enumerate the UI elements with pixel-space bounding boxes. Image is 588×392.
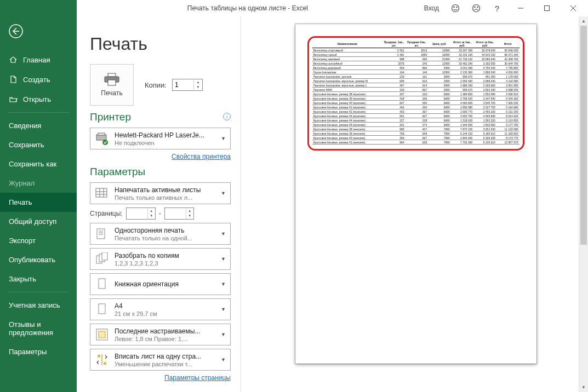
printer-heading: Принтер: [90, 111, 131, 123]
scroll-thumb[interactable]: [580, 26, 587, 245]
titlebar-controls: Вход ?: [419, 1, 588, 16]
maximize-button[interactable]: [534, 1, 560, 16]
sidebar-item-history: Журнал: [0, 174, 77, 193]
sidebar-item-print[interactable]: Печать: [0, 193, 77, 212]
portrait-icon: [94, 276, 110, 292]
feedback-sad-icon[interactable]: [466, 1, 486, 16]
svg-point-3: [473, 5, 480, 12]
printer-name: Hewlett-Packard HP LaserJe...: [115, 131, 215, 139]
spinner-arrows[interactable]: ▲▼: [193, 80, 202, 90]
sidebar-item-options[interactable]: Параметры: [0, 342, 77, 361]
login-button[interactable]: Вход: [419, 4, 444, 12]
margins-dropdown[interactable]: Последние настраиваемы...Левое: 1,8 см П…: [90, 324, 231, 345]
svg-point-5: [477, 7, 478, 7]
svg-rect-11: [108, 73, 116, 77]
sidebar-item-publish[interactable]: Опубликовать: [0, 250, 77, 269]
sidebar-item-saveas[interactable]: Сохранить как: [0, 154, 77, 174]
sidebar-item-feedback[interactable]: Отзывы и предложения: [0, 315, 77, 342]
minimize-button[interactable]: [508, 1, 533, 16]
scroll-down-button[interactable]: ▼: [579, 383, 588, 392]
sidebar-item-open[interactable]: Открыть: [0, 89, 77, 109]
scaling-dropdown[interactable]: Вписать лист на одну стра...Уменьшение р…: [90, 349, 231, 371]
copies-label: Копии:: [145, 81, 167, 89]
svg-rect-31: [99, 304, 105, 314]
paper-icon: [94, 302, 110, 317]
paper-dropdown[interactable]: A421 см x 29,7 см ▼: [90, 298, 231, 320]
sidebar-divider: [8, 112, 69, 113]
svg-point-0: [452, 5, 459, 12]
printer-dropdown[interactable]: Hewlett-Packard HP LaserJe... Не подключ…: [90, 128, 231, 149]
chevron-down-icon: ▼: [220, 136, 227, 141]
sidebar-divider: [8, 292, 69, 292]
page-setup-link[interactable]: Параметры страницы: [164, 374, 231, 382]
preview-table: НаименованиеПродажи, 1кв., шт.Продажи 2к…: [312, 40, 520, 145]
svg-rect-13: [108, 80, 116, 85]
preview-page: НаименованиеПродажи, 1кв., шт.Продажи 2к…: [295, 24, 536, 364]
chevron-down-icon: ▼: [220, 281, 227, 287]
scroll-up-button[interactable]: ▲: [579, 16, 588, 26]
copies-spinner[interactable]: ▲▼: [172, 79, 203, 91]
pages-to-input[interactable]: [165, 210, 186, 217]
new-icon: [9, 75, 18, 84]
copies-input[interactable]: [173, 81, 193, 89]
sidebar-item-info[interactable]: Сведения: [0, 116, 77, 135]
home-icon: [9, 55, 18, 64]
chevron-down-icon: ▼: [220, 332, 227, 337]
svg-rect-30: [99, 279, 105, 289]
sidebar-label: Открыть: [23, 95, 51, 103]
svg-rect-23: [97, 229, 105, 239]
print-button-label: Печать: [101, 89, 122, 97]
svg-point-17: [102, 140, 108, 145]
sidebar-item-home[interactable]: Главная: [0, 50, 77, 70]
svg-rect-16: [98, 133, 105, 135]
svg-rect-18: [96, 188, 107, 197]
help-button[interactable]: ?: [487, 1, 507, 16]
window-title: Печать таблицы на одном листе - Excel: [77, 4, 419, 12]
close-button[interactable]: [561, 1, 586, 16]
svg-rect-33: [99, 331, 105, 338]
sidebar-item-save[interactable]: Сохранить: [0, 135, 77, 154]
annotation-frame: НаименованиеПродажи, 1кв., шт.Продажи 2к…: [307, 36, 524, 151]
margins-icon: [94, 327, 110, 342]
feedback-happy-icon[interactable]: [446, 1, 465, 16]
titlebar: Печать таблицы на одном листе - Excel Вх…: [0, 0, 588, 16]
chevron-down-icon: ▼: [220, 357, 227, 362]
chevron-down-icon: ▼: [220, 231, 227, 237]
print-settings-panel: Печать Печать Копии: ▲▼ Принтер i: [77, 16, 241, 392]
chevron-down-icon: ▼: [220, 307, 227, 312]
sidebar-label: Создать: [23, 76, 50, 84]
svg-rect-29: [102, 252, 107, 260]
printer-status: Не подключен: [115, 140, 215, 146]
back-button[interactable]: [0, 16, 77, 50]
info-icon[interactable]: i: [223, 113, 231, 120]
orientation-dropdown[interactable]: Книжная ориентация ▼: [90, 273, 231, 295]
print-button[interactable]: Печать: [90, 64, 134, 106]
one-sided-icon: [94, 226, 110, 241]
collate-dropdown[interactable]: Разобрать по копиям1,2,3 1,2,3 1,2,3 ▼: [90, 248, 231, 270]
sidebar-item-account[interactable]: Учетная запись: [0, 296, 77, 315]
pages-from-spinner[interactable]: ▲▼: [126, 207, 156, 220]
sidebar-item-close[interactable]: Закрыть: [0, 269, 77, 289]
print-preview: НаименованиеПродажи, 1кв., шт.Продажи 2к…: [241, 16, 588, 392]
svg-point-4: [475, 7, 475, 7]
page-title: Печать: [90, 34, 231, 54]
svg-point-14: [116, 78, 117, 79]
printer-properties-link[interactable]: Свойства принтера: [172, 153, 231, 160]
print-what-dropdown[interactable]: Напечатать активные листыПечать только а…: [90, 182, 231, 204]
chevron-down-icon: ▼: [220, 256, 227, 262]
titlebar-green-spacer: [0, 0, 77, 16]
pages-sep: -: [159, 210, 161, 217]
sidebar-item-new[interactable]: Создать: [0, 70, 77, 89]
pages-label: Страницы:: [90, 210, 123, 217]
pages-to-spinner[interactable]: ▲▼: [164, 207, 194, 220]
open-icon: [9, 95, 18, 103]
backstage-sidebar: Главная Создать Открыть Сведения Сохрани…: [0, 16, 77, 392]
sidebar-item-export[interactable]: Экспорт: [0, 231, 77, 250]
vertical-scrollbar[interactable]: ▲ ▼: [579, 16, 588, 392]
sidebar-item-share[interactable]: Общий доступ: [0, 212, 77, 231]
params-heading: Параметры: [90, 166, 231, 178]
printer-icon: [103, 73, 121, 86]
chevron-down-icon: ▼: [220, 191, 227, 196]
pages-from-input[interactable]: [127, 210, 147, 217]
sides-dropdown[interactable]: Односторонняя печатьПечатать только на о…: [90, 223, 231, 245]
